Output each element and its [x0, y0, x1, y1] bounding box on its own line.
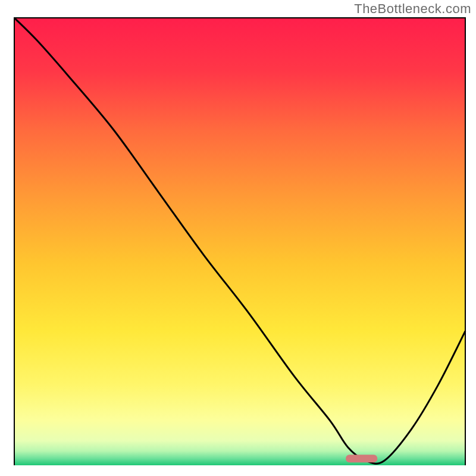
watermark-label: TheBottleneck.com [354, 1, 471, 17]
chart-stage: TheBottleneck.com [0, 0, 476, 476]
bottleneck-chart [0, 0, 476, 476]
plot-background [14, 18, 465, 465]
optimum-marker [346, 455, 377, 462]
